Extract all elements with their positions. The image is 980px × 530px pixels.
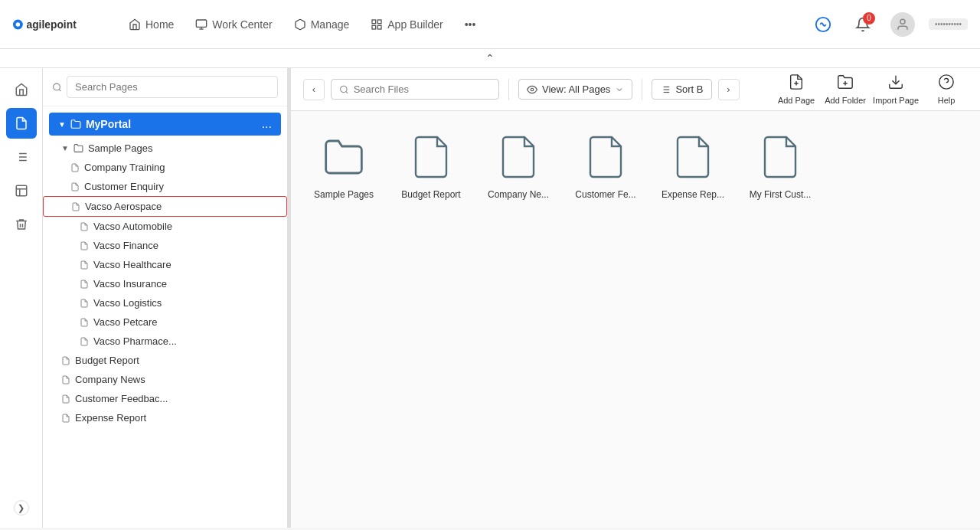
file-icon-13 <box>61 394 70 404</box>
nav-workcenter-label: Work Center <box>212 18 272 31</box>
add-folder-btn[interactable]: Add Folder <box>824 74 867 105</box>
file-item-customer-feedback[interactable]: Customer Fe... <box>571 129 640 201</box>
file-icon-7 <box>80 280 89 289</box>
file-icon-8 <box>80 299 89 308</box>
view-dropdown-btn[interactable]: View: All Pages <box>518 79 632 100</box>
sort-dropdown-btn[interactable]: Sort B <box>652 79 711 100</box>
add-page-label: Add Page <box>778 96 815 105</box>
file-name-budget-report: Budget Report <box>401 189 460 201</box>
nav-more[interactable]: ••• <box>465 18 476 31</box>
sidebar: ▼ MyPortal ... ▼ Sample Pages Company Tr… <box>43 68 288 528</box>
tree-root-myportal[interactable]: ▼ MyPortal ... <box>49 113 281 136</box>
nav-right: 0 •••••••••• <box>809 11 968 38</box>
tree-label-vacso-petcare: Vacso Petcare <box>93 316 158 328</box>
doc-icon-wrap-3 <box>578 129 633 185</box>
svg-text:agilepoint: agilepoint <box>26 18 77 30</box>
sort-label: Sort B <box>675 83 703 95</box>
doc-icon-wrap-5 <box>753 129 808 185</box>
tree-label-vacso-logistics: Vacso Logistics <box>93 297 162 309</box>
tree-file-vacso-finance[interactable]: Vacso Finance <box>43 236 287 255</box>
file-name-company-news: Company Ne... <box>488 189 549 201</box>
tree-label-vacso-automobile: Vacso Automobile <box>93 221 172 232</box>
user-avatar-btn[interactable] <box>889 11 916 38</box>
tree-file-vacso-aerospace[interactable]: Vacso Aerospace <box>43 196 287 217</box>
tree-folder-samplepages[interactable]: ▼ Sample Pages <box>43 139 287 158</box>
add-folder-icon <box>837 74 854 94</box>
import-page-btn[interactable]: Import Page <box>873 74 919 105</box>
pages-icon <box>15 116 28 130</box>
next-arrow-btn[interactable]: › <box>718 79 740 100</box>
rail-expand-btn[interactable]: ❯ <box>14 500 29 515</box>
file-icon-10 <box>80 337 89 346</box>
tree-label-vacso-aerospace: Vacso Aerospace <box>85 201 162 212</box>
tree-file-budget-report[interactable]: Budget Report <box>43 351 287 370</box>
folder-icon-sample <box>74 143 83 153</box>
tree-file-company-news[interactable]: Company News <box>43 370 287 389</box>
toolbar-sep-2 <box>642 79 642 100</box>
tree-file-company-training[interactable]: Company Training <box>43 158 287 177</box>
avatar <box>890 12 915 37</box>
search-files-icon <box>339 84 349 95</box>
trash-icon <box>15 218 28 231</box>
search-pages-input[interactable] <box>67 76 278 98</box>
tree-file-vacso-healthcare[interactable]: Vacso Healthcare <box>43 255 287 274</box>
nav-appbuilder[interactable]: App Builder <box>371 18 443 31</box>
nav-workcenter[interactable]: Work Center <box>195 18 272 31</box>
svg-point-23 <box>341 86 347 92</box>
sort-icon <box>660 84 671 95</box>
logo-svg: agilepoint <box>12 13 104 36</box>
help-label: Help <box>938 96 956 105</box>
file-item-expense-report[interactable]: Expense Rep... <box>658 129 727 201</box>
sidebar-search-icon <box>52 82 62 93</box>
tree-root-menu[interactable]: ... <box>262 117 272 131</box>
file-icon-6 <box>80 260 89 270</box>
file-icon-4 <box>80 222 89 231</box>
tree-file-customer-feedbac[interactable]: Customer Feedbac... <box>43 389 287 408</box>
tree-file-customer-enquiry[interactable]: Customer Enquiry <box>43 177 287 196</box>
svg-rect-18 <box>16 185 27 196</box>
file-icon-9 <box>80 318 89 327</box>
view-icon <box>527 84 537 95</box>
rail-home[interactable] <box>6 74 37 105</box>
collapse-bar: ⌃ <box>0 49 980 68</box>
add-folder-label: Add Folder <box>825 96 866 105</box>
tree-file-vacso-petcare[interactable]: Vacso Petcare <box>43 312 287 332</box>
file-item-budget-report[interactable]: Budget Report <box>397 129 466 201</box>
file-item-my-first-cust[interactable]: My First Cust... <box>746 129 815 201</box>
tree-label-company-training: Company Training <box>84 162 165 173</box>
doc-svg-5 <box>760 136 800 178</box>
file-tree: ▼ MyPortal ... ▼ Sample Pages Company Tr… <box>43 106 287 528</box>
tree-label-customer-enquiry: Customer Enquiry <box>84 181 164 192</box>
nav-manage[interactable]: Manage <box>294 18 350 31</box>
rail-trash[interactable] <box>6 209 37 240</box>
file-item-company-news[interactable]: Company Ne... <box>484 129 553 201</box>
tree-file-vacso-insurance[interactable]: Vacso Insurance <box>43 274 287 293</box>
agilepoint-icon-btn[interactable] <box>809 11 837 38</box>
search-files-input[interactable] <box>354 83 491 95</box>
collapse-button[interactable]: ⌃ <box>485 52 495 64</box>
rail-forms[interactable] <box>6 175 37 206</box>
tree-file-vacso-automobile[interactable]: Vacso Automobile <box>43 217 287 236</box>
file-item-sample-pages[interactable]: Sample Pages <box>309 129 378 201</box>
notification-badge: 0 <box>863 12 875 25</box>
tree-label-expense-report: Expense Report <box>75 412 146 424</box>
prev-arrow-btn[interactable]: ‹ <box>303 79 325 100</box>
rail-pages[interactable] <box>6 108 37 139</box>
svg-line-24 <box>346 91 348 93</box>
doc-svg-1 <box>411 136 451 178</box>
help-btn[interactable]: Help <box>925 74 968 105</box>
agilepoint-icon <box>815 16 831 33</box>
help-icon <box>938 74 955 94</box>
nav-home[interactable]: Home <box>129 18 174 31</box>
notifications-btn[interactable]: 0 <box>849 11 877 38</box>
view-label: View: All Pages <box>542 83 610 95</box>
folder-svg <box>322 136 365 178</box>
tree-file-expense-report[interactable]: Expense Report <box>43 408 287 427</box>
tree-file-vacso-logistics[interactable]: Vacso Logistics <box>43 293 287 312</box>
tree-file-vacso-pharmace[interactable]: Vacso Pharmace... <box>43 332 287 351</box>
username-blur: •••••••••• <box>929 18 968 30</box>
add-page-btn[interactable]: Add Page <box>775 74 818 105</box>
svg-rect-9 <box>372 25 376 29</box>
logo: agilepoint <box>12 13 104 36</box>
rail-list[interactable] <box>6 142 37 172</box>
